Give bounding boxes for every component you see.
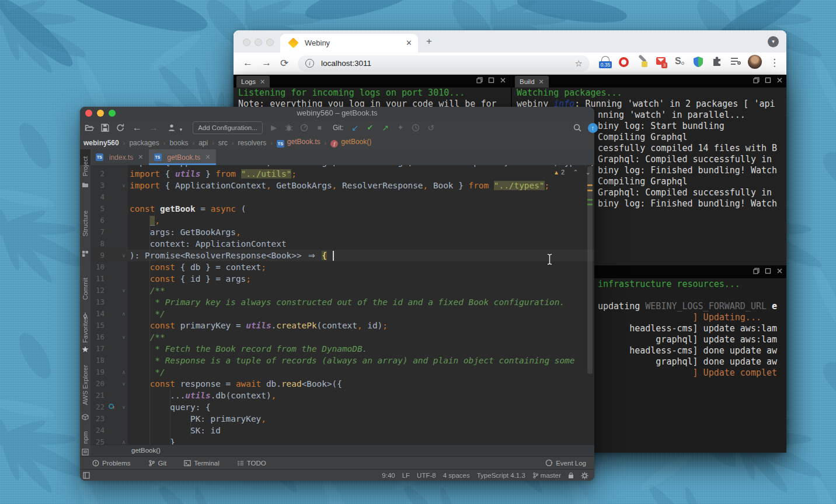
build-window-controls[interactable] bbox=[753, 77, 783, 83]
gutter-run-icon[interactable]: ↑ bbox=[109, 404, 114, 409]
fold-marker-icon[interactable]: ∧ bbox=[120, 308, 128, 320]
stripe-label-project[interactable]: Project bbox=[82, 156, 89, 176]
fold-marker-icon[interactable]: ∧ bbox=[120, 366, 128, 378]
extension-timer-icon[interactable]: 0.35 bbox=[599, 56, 612, 69]
tab-close-icon[interactable]: ✕ bbox=[138, 153, 143, 161]
stripe-label-aws-explorer[interactable]: AWS Explorer bbox=[82, 365, 89, 405]
extension-sessions-icon[interactable]: S bbox=[674, 56, 687, 69]
toolwindow-git[interactable]: Git bbox=[148, 460, 167, 467]
debug-icon[interactable] bbox=[284, 123, 294, 132]
extension-playlist-icon[interactable] bbox=[730, 56, 743, 69]
fold-marker-icon[interactable]: ∨ bbox=[120, 250, 128, 261]
extension-puzzle-icon[interactable] bbox=[711, 56, 724, 69]
code-editor[interactable]: 1import { ApplicationContext, GetBookArg… bbox=[90, 165, 594, 444]
status-typescript-version[interactable]: TypeScript 4.1.3 bbox=[477, 472, 525, 479]
stripe-label-npm[interactable]: npm bbox=[82, 431, 89, 443]
browser-avatar[interactable] bbox=[748, 55, 761, 68]
toolwindow-terminal[interactable]: Terminal bbox=[184, 460, 219, 467]
editor-tab-index.ts[interactable]: TSindex.ts✕ bbox=[90, 149, 149, 165]
tab-close-icon[interactable]: ✕ bbox=[406, 38, 412, 47]
warning-stripe-mark[interactable] bbox=[587, 190, 593, 191]
info-stripe-mark[interactable] bbox=[587, 204, 593, 205]
editor-tab-getBook.ts[interactable]: TSgetBook.ts✕ bbox=[149, 149, 216, 165]
forward-button[interactable]: → bbox=[262, 57, 271, 69]
stripe-label-favorites[interactable]: Favorites bbox=[82, 316, 89, 342]
tab-close-icon[interactable]: ✕ bbox=[205, 153, 210, 161]
fold-marker-icon[interactable]: ∨ bbox=[120, 331, 128, 343]
browser-menu-icon[interactable]: ⋮ bbox=[769, 57, 779, 69]
save-icon[interactable] bbox=[100, 123, 110, 132]
browser-close-button[interactable] bbox=[243, 38, 250, 46]
rollback-icon[interactable]: ↺ bbox=[426, 123, 436, 132]
browser-zoom-button[interactable] bbox=[266, 38, 274, 46]
breadcrumb-item[interactable]: resolvers bbox=[238, 139, 266, 147]
fold-marker-icon[interactable]: ∧ bbox=[120, 436, 128, 444]
breadcrumb-item[interactable]: webiny560 bbox=[83, 139, 119, 147]
add-configuration-button[interactable]: Add Configuration... bbox=[193, 121, 263, 134]
folder-icon[interactable] bbox=[82, 180, 89, 187]
status-caret-position[interactable]: 9:40 bbox=[382, 472, 395, 479]
git-push-icon[interactable]: ↗ bbox=[381, 123, 390, 132]
browser-profile-chevron[interactable]: ▾ bbox=[768, 36, 779, 47]
toolwindow-event-log[interactable]: Event Log bbox=[545, 459, 586, 467]
grid-icon[interactable] bbox=[82, 249, 89, 256]
bookmark-star-icon[interactable]: ☆ bbox=[575, 58, 583, 69]
fold-marker-icon[interactable]: ∨ bbox=[120, 378, 128, 390]
extension-opera-icon[interactable] bbox=[618, 56, 631, 69]
site-info-icon[interactable]: i bbox=[305, 59, 314, 68]
cube-icon[interactable] bbox=[82, 412, 89, 419]
deploy-window-controls[interactable] bbox=[753, 268, 783, 274]
stop-icon[interactable]: ■ bbox=[315, 123, 324, 132]
build-tab[interactable]: Build✕ bbox=[515, 76, 549, 88]
npmbox-icon[interactable] bbox=[82, 447, 89, 454]
logs-tab[interactable]: Logs✕ bbox=[236, 76, 270, 88]
breadcrumb-item[interactable]: books bbox=[169, 139, 188, 147]
layout-icon[interactable] bbox=[83, 472, 90, 480]
breadcrumb-item[interactable]: src bbox=[218, 139, 228, 147]
new-tab-button[interactable]: + bbox=[426, 36, 432, 47]
search-everywhere-icon[interactable] bbox=[573, 123, 582, 132]
status-line-separator[interactable]: LF bbox=[402, 472, 410, 479]
browser-tab[interactable]: Webiny ✕ bbox=[280, 34, 418, 52]
toolwindow-problems[interactable]: Problems bbox=[92, 460, 131, 467]
run-icon[interactable]: ▶ bbox=[269, 123, 278, 132]
history-icon[interactable] bbox=[411, 123, 420, 132]
fold-marker-icon[interactable]: ∨ bbox=[120, 401, 128, 413]
user-account-icon[interactable] bbox=[168, 123, 177, 132]
extension-colorpicker-icon[interactable] bbox=[636, 56, 649, 69]
address-bar[interactable]: i localhost:3011 ☆ bbox=[298, 55, 590, 72]
editor-scrollbar[interactable] bbox=[587, 166, 593, 374]
fold-marker-icon[interactable]: ∨ bbox=[120, 180, 128, 191]
update-available-icon[interactable]: ↑ bbox=[588, 123, 597, 132]
build-tab-close-icon[interactable]: ✕ bbox=[539, 78, 544, 85]
breadcrumb-item[interactable]: fgetBook() bbox=[330, 138, 371, 148]
git-update-icon[interactable]: ↙ bbox=[350, 123, 360, 132]
breadcrumb-item[interactable]: packages bbox=[129, 139, 159, 147]
navigate-forward-icon[interactable]: → bbox=[149, 123, 158, 132]
extension-mail-icon[interactable]: 3 bbox=[655, 56, 668, 69]
lock-icon[interactable] bbox=[568, 472, 574, 479]
reload-button[interactable]: ⟳ bbox=[280, 57, 288, 69]
status-encoding[interactable]: UTF-8 bbox=[417, 472, 436, 479]
user-dropdown-chevron[interactable]: ▼ bbox=[176, 125, 186, 135]
fold-marker-icon[interactable]: ∨ bbox=[120, 285, 128, 296]
navigate-back-icon[interactable]: ← bbox=[133, 123, 142, 132]
breadcrumb-item[interactable]: api bbox=[198, 139, 208, 147]
gear-icon[interactable] bbox=[581, 472, 588, 480]
star-icon[interactable] bbox=[82, 345, 89, 352]
inspection-widget[interactable]: ▲ 2 ⌃ ⌄ bbox=[553, 169, 591, 176]
info-stripe-mark[interactable] bbox=[587, 199, 593, 201]
logs-tab-close-icon[interactable]: ✕ bbox=[260, 78, 265, 85]
stripe-label-commit[interactable]: Commit bbox=[82, 278, 89, 300]
extension-shield-icon[interactable] bbox=[692, 56, 705, 69]
browser-minimize-button[interactable] bbox=[255, 38, 262, 46]
sync-icon[interactable] bbox=[116, 123, 125, 132]
breadcrumb-item[interactable]: TSgetBook.ts bbox=[277, 138, 321, 148]
back-button[interactable]: ← bbox=[243, 57, 253, 69]
status-indent[interactable]: 4 spaces bbox=[443, 472, 470, 479]
git-commit-icon[interactable]: ✔ bbox=[365, 123, 375, 132]
open-folder-icon[interactable] bbox=[85, 123, 94, 132]
stripe-label-structure[interactable]: Structure bbox=[82, 211, 89, 237]
warning-stripe-mark[interactable] bbox=[587, 184, 593, 186]
logs-window-controls[interactable] bbox=[476, 77, 506, 83]
